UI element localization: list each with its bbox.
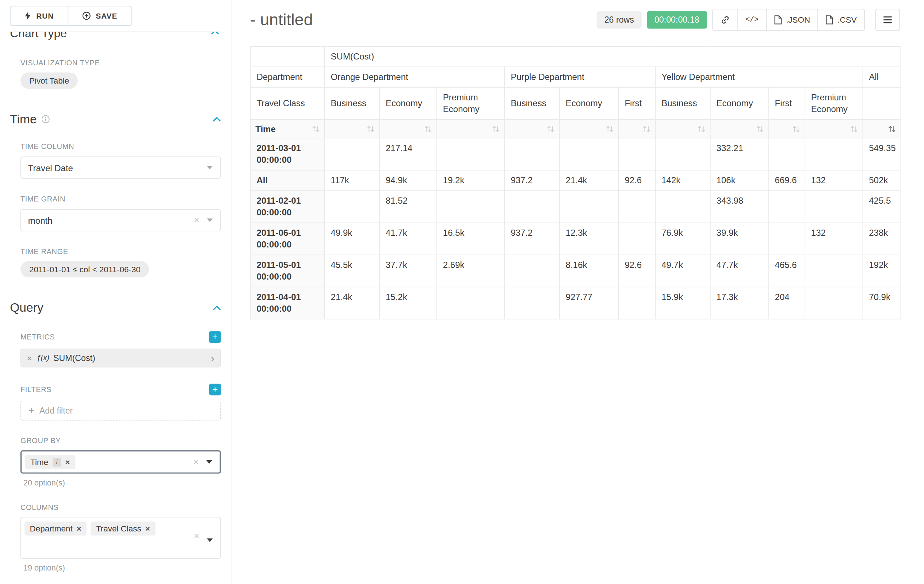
clear-icon[interactable]: ×	[194, 214, 200, 227]
time-grain-control: TIME GRAIN month ×	[20, 195, 221, 231]
group-by-label: GROUP BY	[20, 437, 221, 445]
metric-item[interactable]: × ƒ(x) SUM(Cost) ›	[20, 349, 221, 367]
value-cell: 15.9k	[655, 287, 710, 319]
column-sort-cell[interactable]	[505, 119, 559, 138]
group-by-tag-label: Time	[30, 457, 48, 467]
columns-tag[interactable]: Travel Class ×	[91, 521, 155, 535]
visualization-type-control: VISUALIZATION TYPE Pivot Table	[20, 59, 221, 89]
chart-type-section-header[interactable]: Chart Type	[10, 31, 221, 42]
remove-metric-icon[interactable]: ×	[27, 353, 32, 363]
value-cell: 106k	[710, 170, 769, 191]
row-count-badge: 26 rows	[597, 11, 642, 28]
column-sort-cell[interactable]	[437, 119, 505, 138]
metrics-label: METRICS	[20, 333, 55, 341]
pivot-table: SUM(Cost)DepartmentOrange DepartmentPurp…	[250, 46, 901, 319]
value-cell: 142k	[655, 170, 710, 191]
time-grain-select[interactable]: month ×	[20, 209, 221, 231]
time-grain-value: month	[28, 216, 53, 225]
add-filter-button[interactable]: +	[209, 383, 221, 395]
travel-class-cell: Business	[325, 87, 380, 119]
sort-icon[interactable]	[367, 125, 375, 132]
export-json-button[interactable]: .JSON	[766, 9, 818, 31]
columns-options-hint: 19 option(s)	[23, 564, 221, 572]
value-cell	[805, 287, 863, 319]
column-sort-cell[interactable]	[805, 119, 863, 138]
column-sort-cell[interactable]	[619, 119, 655, 138]
sort-row: Time	[251, 119, 901, 138]
columns-select[interactable]: Department × Travel Class × ×	[20, 517, 221, 559]
sort-icon[interactable]	[756, 125, 764, 132]
row-label-cell: 2011-04-01 00:00:00	[251, 287, 325, 319]
columns-control: COLUMNS Department × Travel Class × ×	[20, 503, 221, 559]
remove-tag-icon[interactable]: ×	[65, 458, 70, 466]
value-cell	[805, 138, 863, 170]
sort-icon[interactable]	[850, 125, 858, 132]
chevron-up-icon[interactable]	[213, 117, 221, 122]
value-cell: 45.5k	[325, 255, 380, 287]
columns-tag[interactable]: Department ×	[25, 521, 87, 535]
sort-icon[interactable]	[424, 125, 432, 132]
run-label: RUN	[36, 12, 54, 20]
chart-menu-button[interactable]	[875, 9, 900, 31]
clear-icon[interactable]: ×	[193, 456, 199, 468]
clear-icon[interactable]: ×	[194, 530, 200, 542]
value-cell	[805, 255, 863, 287]
value-cell: 192k	[863, 255, 901, 287]
column-sort-cell[interactable]	[559, 119, 619, 138]
value-cell: 8.16k	[559, 255, 619, 287]
table-row: 2011-03-01 00:00:00217.14332.21549.35	[251, 138, 901, 170]
travel-class-cell: Business	[655, 87, 710, 119]
save-label: SAVE	[96, 12, 117, 20]
remove-tag-icon[interactable]: ×	[145, 525, 150, 533]
remove-tag-icon[interactable]: ×	[77, 525, 81, 533]
caret-right-icon[interactable]: ›	[211, 352, 215, 364]
time-range-value[interactable]: 2011-01-01 ≤ col < 2011-06-30	[20, 261, 149, 277]
sort-icon[interactable]	[606, 125, 614, 132]
sort-icon[interactable]	[492, 125, 500, 132]
run-button[interactable]: RUN	[10, 6, 68, 26]
sort-icon[interactable]	[698, 125, 705, 132]
pivot-table-body: 2011-03-01 00:00:00217.14332.21549.35All…	[251, 138, 901, 319]
group-by-tag[interactable]: Time i ×	[25, 455, 75, 469]
value-cell	[325, 138, 380, 170]
column-sort-cell[interactable]	[380, 119, 437, 138]
save-button[interactable]: SAVE	[68, 6, 132, 26]
sort-icon[interactable]	[792, 125, 800, 132]
value-cell: 238k	[863, 223, 901, 255]
share-link-button[interactable]	[712, 9, 738, 31]
column-sort-cell[interactable]	[769, 119, 805, 138]
time-section-header[interactable]: Time	[10, 112, 221, 126]
value-cell	[769, 223, 805, 255]
value-cell	[655, 138, 710, 170]
embed-code-button[interactable]: </>	[738, 9, 767, 31]
visualization-type-value[interactable]: Pivot Table	[20, 72, 78, 89]
chart-header: - untitled 26 rows 00:00:00.18 </> .JSON	[231, 0, 924, 31]
add-metric-button[interactable]: +	[209, 331, 221, 343]
column-sort-cell[interactable]	[710, 119, 769, 138]
value-cell	[619, 191, 655, 223]
export-button-group: </> .JSON .CSV	[712, 9, 865, 31]
value-cell: 549.35	[863, 138, 901, 170]
column-sort-cell[interactable]	[325, 119, 380, 138]
column-sort-cell[interactable]	[863, 119, 901, 138]
sort-icon[interactable]	[547, 125, 555, 132]
group-by-control: GROUP BY Time i × ×	[20, 437, 221, 474]
value-cell: 204	[769, 287, 805, 319]
sort-icon[interactable]	[643, 125, 650, 132]
column-sort-cell[interactable]	[655, 119, 710, 138]
info-icon	[41, 115, 49, 123]
query-timer-badge: 00:00:00.18	[647, 11, 707, 28]
link-icon	[720, 15, 730, 25]
group-by-select[interactable]: Time i × ×	[20, 451, 221, 474]
function-icon: ƒ(x)	[36, 354, 49, 362]
chevron-up-icon[interactable]	[213, 305, 221, 310]
add-filter-dropzone[interactable]: + Add filter	[20, 401, 221, 421]
query-section-header[interactable]: Query	[10, 301, 221, 315]
value-cell: 70.9k	[863, 287, 901, 319]
time-column-select[interactable]: Travel Date	[20, 156, 221, 179]
export-csv-button[interactable]: .CSV	[818, 9, 865, 31]
sort-icon[interactable]	[888, 125, 896, 132]
row-label-cell: 2011-06-01 00:00:00	[251, 223, 325, 255]
sort-icon[interactable]	[312, 125, 320, 132]
time-sort-cell[interactable]: Time	[251, 119, 325, 138]
